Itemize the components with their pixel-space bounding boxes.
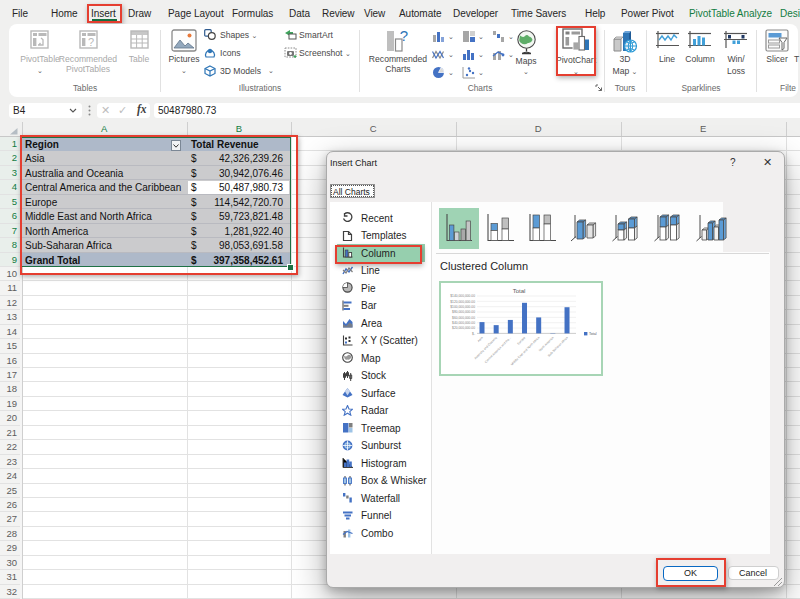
svg-text:$120,000,000.00: $120,000,000.00 [450,300,475,304]
svg-text:$100,000,000.00: $100,000,000.00 [450,305,475,309]
svg-text:Total: Total [589,332,597,336]
svg-text:?: ? [400,29,408,44]
svg-text:Central America and the...: Central America and the... [484,336,512,364]
svg-text:?: ? [88,36,94,48]
svg-text:$40,000,000.00: $40,000,000.00 [452,321,475,325]
svg-text:Europe: Europe [516,336,526,346]
svg-text:$20,000,000.00: $20,000,000.00 [452,326,475,330]
svg-text:Total: Total [513,288,526,294]
svg-text:$80,000,000.00: $80,000,000.00 [452,310,475,314]
svg-text:Asia: Asia [477,336,484,343]
svg-text:$140,000,000.00: $140,000,000.00 [450,294,475,298]
svg-text:Middle East and North Africa: Middle East and North Africa [510,336,541,367]
svg-text:$-: $- [472,332,475,336]
svg-text:$60,000,000.00: $60,000,000.00 [452,316,475,320]
